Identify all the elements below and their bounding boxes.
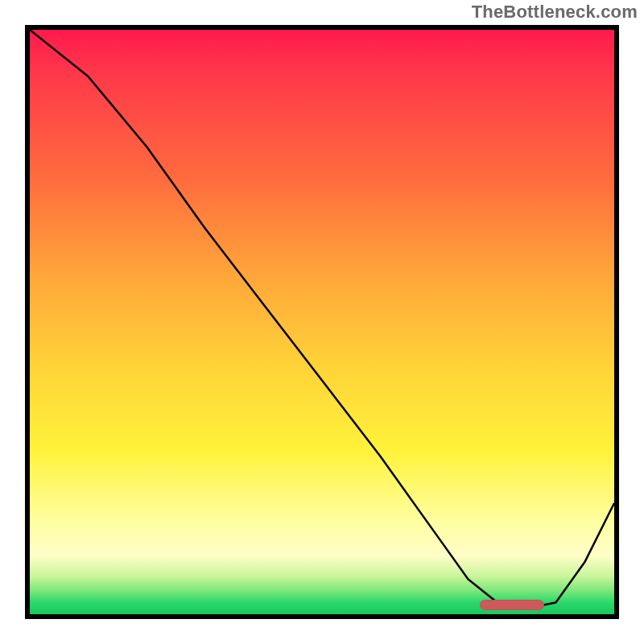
plot-inner — [30, 30, 614, 614]
bottleneck-curve-path — [30, 30, 614, 609]
chart-frame: TheBottleneck.com — [0, 0, 644, 644]
bottleneck-curve — [30, 30, 614, 614]
plot-area — [25, 25, 619, 619]
watermark-text: TheBottleneck.com — [472, 2, 638, 23]
optimal-range-marker — [480, 600, 544, 610]
